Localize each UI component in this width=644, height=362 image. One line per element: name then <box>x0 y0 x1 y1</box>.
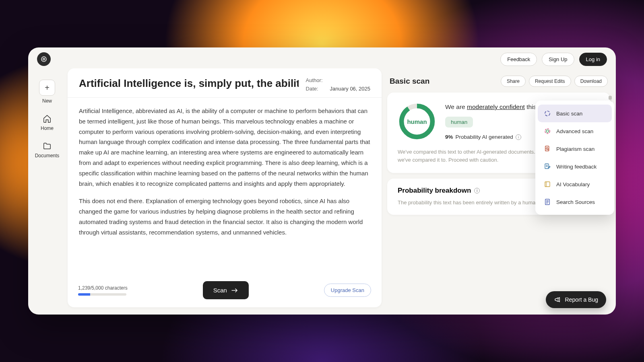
svg-point-4 <box>545 111 550 116</box>
editor-body[interactable]: Artificial Intelligence, abbreviated as … <box>68 98 382 276</box>
results-title: Basic scan <box>390 77 429 86</box>
results-column: Basic scan Share Request Edits Download <box>387 68 610 307</box>
svg-rect-10 <box>545 182 550 187</box>
sidebar-label-new: New <box>42 98 52 104</box>
report-bug-label: Report a Bug <box>565 296 599 303</box>
app-logo[interactable] <box>37 52 51 66</box>
verdict-badge: human <box>445 117 473 128</box>
svg-point-1 <box>43 58 45 60</box>
info-icon[interactable]: i <box>516 134 521 140</box>
sidebar: + New Home Documents <box>32 68 62 307</box>
scan-button[interactable]: Scan <box>203 281 249 299</box>
login-button[interactable]: Log in <box>579 53 607 66</box>
circle-multi-icon <box>543 127 551 135</box>
menu-item-writing-feedback[interactable]: Writing feedback <box>538 158 612 175</box>
info-icon[interactable]: i <box>474 188 480 193</box>
download-button[interactable]: Download <box>574 76 608 87</box>
book-icon <box>543 180 551 188</box>
svg-point-0 <box>41 57 46 62</box>
confidence-link[interactable]: moderately confident <box>467 103 525 110</box>
scan-button-label: Scan <box>213 287 227 294</box>
document-title: Artificial Intelligence is, simply put, … <box>79 77 299 92</box>
share-button[interactable]: Share <box>501 76 526 87</box>
editor-footer: 1,239/5,000 characters Scan Upgrade Scan <box>68 276 382 307</box>
probability-percent: 9% <box>445 134 453 140</box>
menu-label: Advanced scan <box>556 128 593 134</box>
app-window: Feedback Sign Up Log in + New Home Docum… <box>28 47 616 315</box>
topbar: Feedback Sign Up Log in <box>28 47 616 68</box>
probability-label: Probability AI generated <box>456 134 513 140</box>
scan-type-menu: Basic scan Advanced scan Plagiarism scan <box>535 101 614 215</box>
document-search-icon <box>543 145 551 153</box>
plus-icon: + <box>39 80 55 96</box>
home-icon <box>43 114 52 123</box>
result-donut: human <box>398 102 436 141</box>
arrow-right-icon <box>231 288 238 293</box>
menu-label: Basic scan <box>556 111 582 117</box>
menu-item-advanced-scan[interactable]: Advanced scan <box>538 122 612 140</box>
svg-point-5 <box>545 129 550 134</box>
megaphone-icon <box>554 296 561 303</box>
document-list-icon <box>543 198 551 206</box>
sidebar-item-home[interactable]: Home <box>41 114 54 131</box>
feedback-button[interactable]: Feedback <box>500 53 537 66</box>
svg-rect-7 <box>545 146 549 151</box>
report-bug-button[interactable]: Report a Bug <box>546 291 607 308</box>
results-actions: Share Request Edits Download <box>501 76 608 87</box>
svg-point-6 <box>546 130 549 132</box>
sidebar-label-home: Home <box>41 125 54 131</box>
character-count: 1,239/5,000 characters <box>78 285 128 296</box>
author-label: Author: <box>306 77 323 83</box>
char-count-label: 1,239/5,000 characters <box>78 285 128 291</box>
menu-item-plagiarism-scan[interactable]: Plagiarism scan <box>538 140 612 158</box>
char-progress-bar <box>78 293 126 296</box>
menu-item-ai-vocabulary[interactable]: AI Vocabulary <box>538 175 612 193</box>
sidebar-label-documents: Documents <box>35 153 60 158</box>
editor-header: Artificial Intelligence is, simply put, … <box>68 68 382 98</box>
top-actions: Feedback Sign Up Log in <box>500 53 607 66</box>
logo-icon <box>40 56 47 63</box>
menu-label: Plagiarism scan <box>556 146 594 152</box>
menu-item-basic-scan[interactable]: Basic scan <box>538 105 612 122</box>
document-edit-icon <box>543 162 551 171</box>
results-header: Basic scan Share Request Edits Download <box>387 68 610 87</box>
circle-icon <box>543 109 551 117</box>
date-label: Date: <box>306 86 323 92</box>
upgrade-scan-button[interactable]: Upgrade Scan <box>324 284 371 297</box>
document-meta: Author: Date: January 06, 2025 <box>306 77 370 92</box>
sidebar-item-new[interactable]: + New <box>39 80 55 104</box>
menu-label: AI Vocabulary <box>556 181 590 187</box>
signup-button[interactable]: Sign Up <box>542 53 574 66</box>
donut-center-label: human <box>398 102 436 141</box>
date-value: January 06, 2025 <box>330 86 370 92</box>
folder-icon <box>43 142 52 150</box>
document-paragraph: This does not end there. Explanation of … <box>79 196 370 237</box>
sidebar-item-documents[interactable]: Documents <box>35 142 60 158</box>
breakdown-title: Probability breakdown <box>398 187 471 195</box>
request-edits-button[interactable]: Request Edits <box>529 76 571 87</box>
menu-label: Writing feedback <box>556 164 597 170</box>
document-paragraph: Artificial Intelligence, abbreviated as … <box>79 106 370 189</box>
menu-label: Search Sources <box>556 199 595 205</box>
menu-item-search-sources[interactable]: Search Sources <box>538 193 612 211</box>
app-body: + New Home Documents Artificial Intellig… <box>28 68 616 315</box>
editor-card: Artificial Intelligence is, simply put, … <box>68 68 382 307</box>
